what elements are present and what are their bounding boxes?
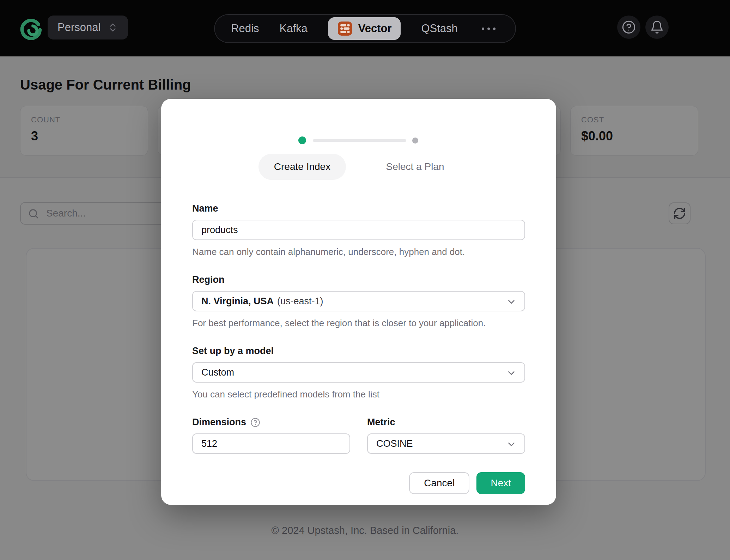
region-value: N. Virginia, USA: [201, 296, 274, 307]
region-select[interactable]: N. Virginia, USA (us-east-1): [192, 291, 525, 311]
chevron-down-icon: [506, 439, 517, 450]
region-helper: For best performance, select the region …: [192, 318, 525, 329]
chevron-down-icon: [506, 297, 517, 307]
name-field: Name Name can only contain alphanumeric,…: [192, 203, 525, 257]
dimensions-help-icon[interactable]: [250, 418, 260, 427]
ellipsis-icon: [482, 28, 484, 30]
product-tab-vector-label: Vector: [358, 22, 392, 35]
step-select-plan: Select a Plan: [386, 161, 444, 172]
org-name: Personal: [57, 21, 101, 34]
model-value: Custom: [201, 367, 234, 378]
product-tab-vector[interactable]: Vector: [328, 17, 401, 40]
more-products-button[interactable]: [478, 24, 499, 34]
dimensions-input[interactable]: [192, 433, 350, 454]
top-navbar: Personal Redis Kafka Vector QSt: [0, 0, 730, 56]
dialog-stepper: [246, 136, 472, 145]
name-input[interactable]: [192, 220, 525, 240]
create-index-dialog: Create Index Select a Plan Name Name can…: [161, 99, 556, 505]
stepper-tabs: Create Index Select a Plan: [246, 154, 472, 180]
org-switcher[interactable]: Personal: [48, 16, 128, 39]
upstash-logo[interactable]: [19, 16, 43, 40]
notifications-button[interactable]: [645, 16, 669, 39]
model-label: Set up by a model: [192, 346, 525, 357]
bell-icon: [650, 20, 664, 34]
metric-value: COSINE: [376, 438, 413, 449]
upstash-console: Personal Redis Kafka Vector QSt: [0, 0, 730, 560]
next-button[interactable]: Next: [476, 472, 525, 494]
product-tab-kafka[interactable]: Kafka: [279, 22, 307, 35]
vector-icon: [337, 21, 353, 36]
name-helper: Name can only contain alphanumeric, unde…: [192, 246, 525, 257]
product-tab-qstash[interactable]: QStash: [421, 22, 457, 35]
chevron-down-icon: [506, 368, 517, 378]
name-label: Name: [192, 203, 525, 214]
region-label: Region: [192, 274, 525, 285]
region-code: (us-east-1): [277, 296, 323, 307]
product-nav: Redis Kafka Vector QStash: [214, 14, 516, 43]
help-circle-icon: [622, 20, 636, 34]
product-tab-redis[interactable]: Redis: [231, 22, 259, 35]
dimensions-label: Dimensions: [192, 417, 246, 428]
stepper-line: [313, 139, 406, 142]
step-create-index: Create Index: [258, 154, 346, 180]
model-select[interactable]: Custom: [192, 362, 525, 383]
stepper-dot-active: [298, 136, 306, 144]
cancel-button[interactable]: Cancel: [409, 472, 469, 494]
metric-select[interactable]: COSINE: [367, 433, 525, 454]
metric-label: Metric: [367, 417, 525, 428]
model-helper: You can select predefined models from th…: [192, 389, 525, 400]
chevron-up-down-icon: [108, 22, 118, 33]
stepper-dot-upcoming: [412, 138, 418, 144]
metric-field: Metric COSINE: [367, 417, 525, 454]
model-field: Set up by a model Custom You can select …: [192, 346, 525, 400]
help-button[interactable]: [617, 16, 640, 39]
region-field: Region N. Virginia, USA (us-east-1) For …: [192, 274, 525, 329]
dimensions-field: Dimensions: [192, 417, 350, 454]
